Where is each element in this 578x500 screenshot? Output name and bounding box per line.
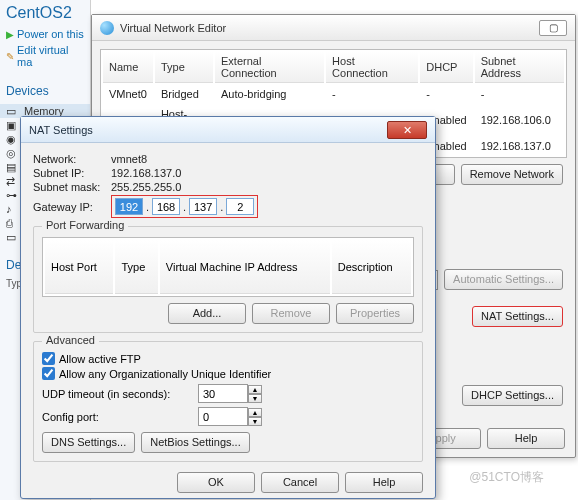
dns-settings-button[interactable]: DNS Settings... [42,432,135,453]
mask-label: Subnet mask: [33,181,107,193]
edit-vm-link[interactable]: ✎Edit virtual ma [0,42,90,70]
floppy-icon: ▤ [6,161,20,173]
spin-down-icon[interactable]: ▼ [248,394,262,403]
udp-timeout-label: UDP timeout (in seconds): [42,388,192,400]
gw-octet-3[interactable] [226,198,254,215]
nat-settings-dialog: NAT Settings ✕ Network:vmnet8 Subnet IP:… [20,116,436,499]
vne-title-text: Virtual Network Editor [120,22,226,34]
advanced-group: Advanced Allow active FTP Allow any Orga… [33,341,423,462]
help-button[interactable]: Help [345,472,423,493]
spin-up-icon[interactable]: ▲ [248,385,262,394]
memory-icon: ▭ [6,105,20,117]
add-button[interactable]: Add... [168,303,246,324]
pf-col-hostport[interactable]: Host Port [45,240,113,294]
vm-title: CentOS2 [0,0,90,26]
nat-titlebar[interactable]: NAT Settings ✕ [21,117,435,143]
config-port-spinner[interactable]: ▲▼ [198,407,262,426]
properties-button[interactable]: Properties [336,303,414,324]
network-value: vmnet8 [111,153,147,165]
remove-button[interactable]: Remove [252,303,330,324]
gw-octet-0[interactable] [115,198,143,215]
gw-octet-1[interactable] [152,198,180,215]
gw-octet-2[interactable] [189,198,217,215]
remove-network-button[interactable]: Remove Network [461,164,563,185]
col-ext[interactable]: External Connection [215,52,324,83]
allow-ftp-checkbox[interactable]: Allow active FTP [42,352,414,365]
power-on-link[interactable]: ▶Power on this [0,26,90,42]
printer-icon: ⎙ [6,217,20,229]
cpu-icon: ▣ [6,119,20,131]
devices-header: Devices [0,80,90,102]
spin-down-icon[interactable]: ▼ [248,417,262,426]
dhcp-settings-button[interactable]: DHCP Settings... [462,385,563,406]
usb-icon: ⊶ [6,189,20,201]
vne-titlebar[interactable]: Virtual Network Editor ▢ [92,15,575,41]
gateway-label: Gateway IP: [33,201,107,213]
col-subnet[interactable]: Subnet Address [475,52,564,83]
udp-timeout-input[interactable] [198,384,248,403]
advanced-label: Advanced [42,334,99,346]
nat-title-text: NAT Settings [29,124,93,136]
nat-settings-button[interactable]: NAT Settings... [472,306,563,327]
gateway-ip-field: . . . [111,195,258,218]
config-port-input[interactable] [198,407,248,426]
config-port-label: Config port: [42,411,192,423]
pf-col-desc[interactable]: Description [332,240,411,294]
maximize-button[interactable]: ▢ [539,20,567,36]
ok-button[interactable]: OK [177,472,255,493]
col-dhcp[interactable]: DHCP [420,52,472,83]
display-icon: ▭ [6,231,20,243]
mask-value: 255.255.255.0 [111,181,181,193]
port-forwarding-table[interactable]: Host Port Type Virtual Machine IP Addres… [42,237,414,297]
network-label: Network: [33,153,107,165]
help-button[interactable]: Help [487,428,565,449]
port-forwarding-label: Port Forwarding [42,219,128,231]
col-name[interactable]: Name [103,52,153,83]
table-row[interactable]: VMnet0BridgedAuto-bridging--- [103,85,564,103]
oui-check[interactable] [42,367,55,380]
network-icon: ⇄ [6,175,20,187]
cancel-button[interactable]: Cancel [261,472,339,493]
col-host[interactable]: Host Connection [326,52,418,83]
spin-up-icon[interactable]: ▲ [248,408,262,417]
sound-icon: ♪ [6,203,20,215]
subnetip-value: 192.168.137.0 [111,167,181,179]
port-forwarding-group: Port Forwarding Host Port Type Virtual M… [33,226,423,333]
cd-icon: ◎ [6,147,20,159]
close-button[interactable]: ✕ [387,121,427,139]
pf-col-type[interactable]: Type [115,240,157,294]
allow-oui-checkbox[interactable]: Allow any Organizationally Unique Identi… [42,367,414,380]
netbios-settings-button[interactable]: NetBios Settings... [141,432,250,453]
udp-timeout-spinner[interactable]: ▲▼ [198,384,262,403]
edit-icon: ✎ [6,51,14,62]
ftp-check[interactable] [42,352,55,365]
automatic-settings-button[interactable]: Automatic Settings... [444,269,563,290]
subnetip-label: Subnet IP: [33,167,107,179]
col-type[interactable]: Type [155,52,213,83]
play-icon: ▶ [6,29,14,40]
hdd-icon: ◉ [6,133,20,145]
pf-col-vmip[interactable]: Virtual Machine IP Address [160,240,330,294]
watermark: @51CTO博客 [469,469,544,486]
network-icon [100,21,114,35]
